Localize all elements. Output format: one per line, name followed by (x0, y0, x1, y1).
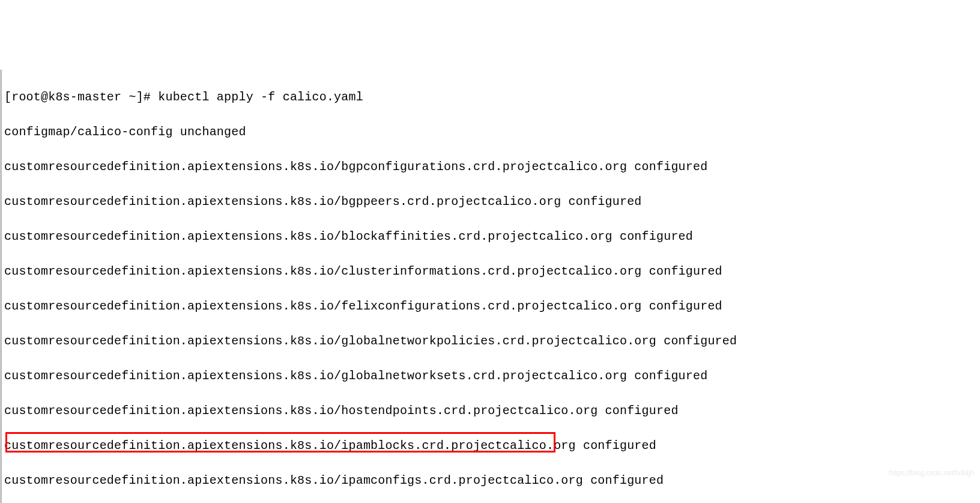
output-line: customresourcedefinition.apiextensions.k… (4, 297, 980, 315)
watermark-text: https://blog.csdn.net/txlbljh (889, 465, 974, 482)
output-line: customresourcedefinition.apiextensions.k… (4, 332, 980, 350)
output-line: customresourcedefinition.apiextensions.k… (4, 367, 980, 385)
output-line: customresourcedefinition.apiextensions.k… (4, 193, 980, 210)
output-line: configmap/calico-config unchanged (4, 123, 980, 141)
output-line: customresourcedefinition.apiextensions.k… (4, 228, 980, 245)
output-line: customresourcedefinition.apiextensions.k… (4, 402, 980, 419)
command-line: [root@k8s-master ~]# kubectl apply -f ca… (4, 88, 980, 106)
command-text: kubectl apply -f calico.yaml (158, 90, 363, 104)
shell-prompt: [root@k8s-master ~]# (4, 90, 158, 104)
output-line: customresourcedefinition.apiextensions.k… (4, 437, 980, 454)
output-line: customresourcedefinition.apiextensions.k… (4, 472, 980, 489)
output-line: customresourcedefinition.apiextensions.k… (4, 263, 980, 280)
output-line: customresourcedefinition.apiextensions.k… (4, 158, 980, 175)
terminal-output[interactable]: [root@k8s-master ~]# kubectl apply -f ca… (0, 70, 980, 503)
